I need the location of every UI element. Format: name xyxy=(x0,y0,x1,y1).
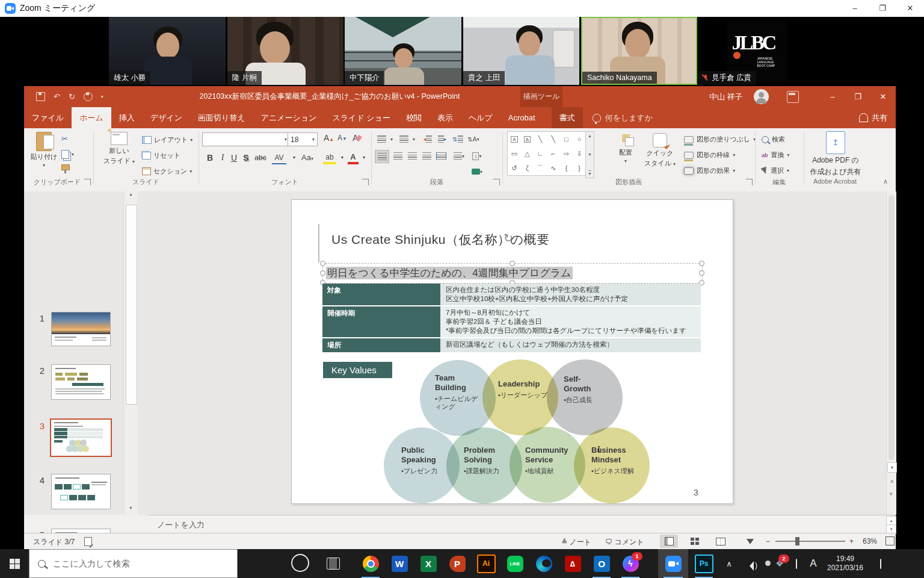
paste-button[interactable]: 貼り付け ▾ xyxy=(30,132,58,168)
character-spacing-dropdown-icon[interactable]: ▾ xyxy=(290,151,298,164)
taskbar-messenger[interactable]: ϟ1 xyxy=(616,549,645,578)
previous-slide-icon[interactable]: » xyxy=(888,478,895,485)
tab-acrobat[interactable]: Acrobat xyxy=(500,107,543,128)
align-text-button[interactable]: ↕▾ xyxy=(470,150,484,162)
grow-font-button[interactable]: A▲ xyxy=(324,131,334,144)
taskbar-acrobat[interactable]: ∆ xyxy=(558,549,587,578)
taskbar-powerpoint[interactable]: P xyxy=(443,549,472,578)
tell-me-box[interactable]: 何をしますか xyxy=(587,107,659,128)
font-color-dropdown-icon[interactable]: ▾ xyxy=(360,151,368,164)
new-slide-button[interactable]: 新しい スライド ▾ xyxy=(101,132,137,166)
change-case-button[interactable]: Aa▾ xyxy=(300,151,315,164)
convert-to-smartart-button[interactable]: ▾ xyxy=(470,166,484,178)
notes-indicator-icon[interactable] xyxy=(84,537,92,546)
highlight-dropdown-icon[interactable]: ▾ xyxy=(338,151,346,164)
key-values-label[interactable]: Key Values xyxy=(323,362,392,378)
comments-toggle-button[interactable]: 🗨 コメント xyxy=(605,537,644,547)
slide-scrollbar[interactable]: ▾ » » xyxy=(886,191,896,515)
tab-view[interactable]: 表示 xyxy=(430,107,461,128)
select-button[interactable]: 選択▾ xyxy=(762,166,789,175)
shrink-font-button[interactable]: A▼ xyxy=(337,131,347,144)
participant-video-tile[interactable]: 隆 片桐 xyxy=(227,17,343,85)
scroll-up-icon[interactable]: ▴ xyxy=(124,191,138,201)
taskbar-clock[interactable]: 19:49 2021/03/16 xyxy=(822,555,869,573)
bullets-dropdown-icon[interactable]: ▾ xyxy=(389,133,395,145)
layout-button[interactable]: レイアウト▾ xyxy=(142,135,192,144)
maximize-icon[interactable]: ❐ xyxy=(869,0,896,17)
next-slide-icon[interactable]: » xyxy=(888,490,895,497)
minimize-icon[interactable]: – xyxy=(820,86,845,107)
participant-video-tile[interactable]: JLBC JAPANESELANGUAGEBOOT CAMP 見手倉 広貴 xyxy=(698,17,815,85)
drawing-dialog-launcher-icon[interactable] xyxy=(746,179,753,185)
strikethrough-button[interactable]: abc xyxy=(253,151,268,164)
slide-thumbnail-2[interactable] xyxy=(51,364,111,400)
shape-fill-button[interactable]: 図形の塗りつぶし▾ xyxy=(684,135,756,144)
search-input[interactable] xyxy=(52,558,205,569)
align-left-button[interactable] xyxy=(375,150,389,163)
zoom-out-button[interactable]: − xyxy=(766,537,770,545)
tab-review[interactable]: 校閲 xyxy=(398,107,430,128)
taskbar-outlook[interactable]: O xyxy=(587,549,616,578)
reset-button[interactable]: リセット xyxy=(142,151,180,160)
tab-file[interactable]: ファイル xyxy=(24,107,72,128)
tab-slideshow[interactable]: スライド ショー xyxy=(324,107,398,128)
numbering-dropdown-icon[interactable]: ▾ xyxy=(411,133,417,145)
replace-button[interactable]: ab置換▾ xyxy=(762,151,790,160)
reading-view-button[interactable] xyxy=(712,535,730,548)
slide-table[interactable]: 対象 区内在住または区内の学校に通う中学生30名程度 区立中学校10校+区内私立… xyxy=(322,284,701,353)
task-view-button[interactable] xyxy=(327,558,340,570)
slide-thumbnail-4[interactable] xyxy=(51,474,111,509)
scroll-down-icon[interactable]: ▾ xyxy=(887,462,897,473)
taskbar-edge[interactable] xyxy=(529,549,558,578)
format-painter-button[interactable] xyxy=(61,164,70,170)
clipboard-dialog-launcher-icon[interactable] xyxy=(84,179,91,185)
distribute-button[interactable] xyxy=(434,150,448,162)
ribbon-display-options-icon[interactable] xyxy=(787,91,799,103)
collapse-ribbon-icon[interactable]: ∧ xyxy=(883,178,888,185)
rotate-handle-icon[interactable]: ↻ xyxy=(504,231,513,245)
clear-formatting-button[interactable]: A xyxy=(353,131,361,144)
cut-button[interactable]: ✂ xyxy=(61,134,68,143)
slide-subtitle[interactable]: 明日をつくる中学生のための、4週間集中プログラム xyxy=(326,266,573,280)
justify-button[interactable] xyxy=(420,150,433,162)
align-right-button[interactable] xyxy=(405,150,419,162)
slide-thumbnail-1[interactable] xyxy=(51,312,111,346)
tab-insert[interactable]: 挿入 xyxy=(111,107,143,128)
slide-sorter-view-button[interactable] xyxy=(686,535,704,548)
scrollbar-thumb[interactable] xyxy=(126,205,137,405)
notes-pane[interactable]: ノートを入力 ▴ ▾ xyxy=(149,515,896,533)
text-shadow-button[interactable]: S xyxy=(241,151,251,164)
selection-handle[interactable] xyxy=(320,270,325,276)
shapes-gallery[interactable]: AA̲ ╲╲□○ ▭△∟⌐⇨⇩ ↺ζ⌒∿{} xyxy=(507,131,587,176)
columns-button[interactable]: ▾ xyxy=(452,150,466,162)
bullets-button[interactable] xyxy=(375,133,388,145)
action-center-icon[interactable] xyxy=(869,559,893,568)
tab-format[interactable]: 書式 xyxy=(552,107,583,128)
taskbar-zoom-active[interactable] xyxy=(658,549,688,578)
zoom-level[interactable]: 63% xyxy=(863,537,877,545)
taskbar-photoshop[interactable]: Ps xyxy=(689,549,718,578)
fit-to-window-icon[interactable] xyxy=(886,536,895,545)
customize-qat-icon[interactable]: ▾ xyxy=(101,94,103,99)
selection-handle[interactable] xyxy=(699,261,704,266)
taskbar-line[interactable]: LINE xyxy=(500,549,529,578)
participant-video-tile[interactable]: 中下陽介 xyxy=(345,17,461,85)
taskbar-word[interactable]: W xyxy=(385,549,414,578)
ime-mode-indicator[interactable]: A xyxy=(805,558,822,570)
shapes-gallery-scrollbar[interactable]: ▴▾▾ xyxy=(585,131,594,178)
font-dialog-launcher-icon[interactable] xyxy=(362,179,369,185)
start-button[interactable] xyxy=(0,549,29,578)
zoom-in-button[interactable]: + xyxy=(849,537,854,545)
tab-home[interactable]: ホーム xyxy=(72,107,111,128)
tab-transitions[interactable]: 画面切り替え xyxy=(190,107,253,128)
slideshow-view-button[interactable] xyxy=(741,535,759,548)
taskbar-search-box[interactable] xyxy=(29,549,238,578)
participant-video-tile-active-speaker[interactable]: Sachiko Nakayama xyxy=(581,17,697,85)
create-pdf-button[interactable]: ↥ Adobe PDF の 作成および共有 xyxy=(810,131,861,177)
taskbar-excel[interactable]: X xyxy=(414,549,443,578)
align-center-button[interactable] xyxy=(391,150,404,162)
italic-button[interactable]: I xyxy=(218,151,227,164)
zoom-slider-track[interactable] xyxy=(775,541,845,542)
underline-button[interactable]: U xyxy=(229,151,239,164)
zoom-slider-thumb[interactable] xyxy=(795,537,799,545)
